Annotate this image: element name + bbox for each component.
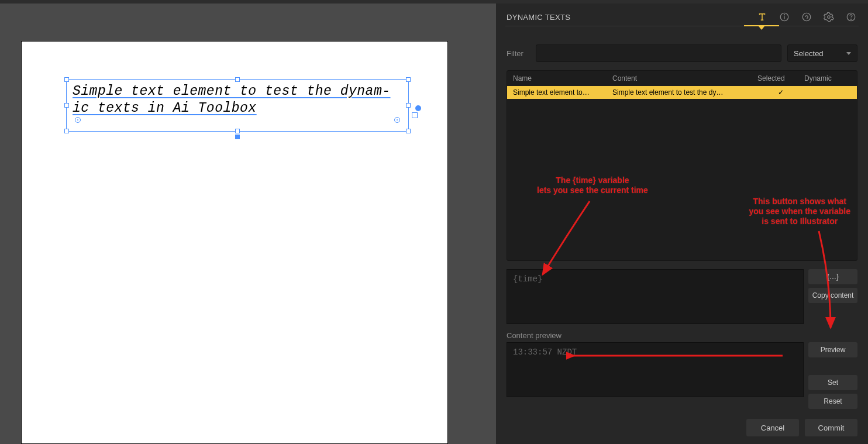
resize-handle-tl[interactable] <box>64 77 69 82</box>
col-content[interactable]: Content <box>612 74 757 82</box>
selected-text-frame[interactable]: Simple text element to test the dynam- i… <box>66 79 409 132</box>
chevron-down-icon <box>846 52 851 55</box>
filter-label: Filter <box>507 49 530 58</box>
col-selected[interactable]: Selected <box>757 74 804 82</box>
resize-handle-tm[interactable] <box>235 77 240 82</box>
panel-footer: Cancel Commit <box>496 411 868 444</box>
dynamic-texts-panel: DYNAMIC TEXTS Filter <box>496 4 868 444</box>
resize-handle-br[interactable] <box>406 129 411 133</box>
svg-point-6 <box>850 19 851 19</box>
resize-handle-bl[interactable] <box>64 129 69 133</box>
row-content: Simple text element to test the dy… <box>612 88 757 97</box>
row-name: Simple text element to… <box>513 88 612 97</box>
info-icon[interactable] <box>778 11 791 23</box>
copy-content-button[interactable]: Copy content <box>808 288 857 303</box>
svg-point-4 <box>828 16 831 19</box>
preview-output: 13:33:57 NZDT <box>507 342 804 397</box>
link-icon[interactable] <box>800 11 813 23</box>
overflow-indicator[interactable] <box>412 112 418 118</box>
resize-handle-tr[interactable] <box>406 77 411 82</box>
resize-handle-bm[interactable] <box>235 129 240 133</box>
panel-header: DYNAMIC TEXTS <box>496 4 868 26</box>
reset-button[interactable]: Reset <box>808 394 857 409</box>
set-button[interactable]: Set <box>808 375 857 390</box>
filter-mode-select[interactable]: Selected <box>787 44 857 62</box>
resize-handle-ml[interactable] <box>64 103 69 108</box>
panel-title: DYNAMIC TEXTS <box>507 13 570 22</box>
thread-indicator[interactable] <box>415 105 421 111</box>
text-in-port[interactable] <box>75 117 81 123</box>
texts-table: Name Content Selected Dynamic Simple tex… <box>507 70 857 261</box>
content-editor[interactable]: {time} <box>507 269 804 324</box>
table-header: Name Content Selected Dynamic <box>507 71 857 86</box>
preview-button[interactable]: Preview <box>808 342 857 357</box>
help-icon[interactable] <box>845 11 857 23</box>
active-tab-caret <box>759 26 764 30</box>
insert-variable-button[interactable]: {…} <box>808 269 857 284</box>
center-handle[interactable] <box>235 135 240 139</box>
artboard[interactable]: Simple text element to test the dynam- i… <box>21 41 448 444</box>
resize-handle-mr[interactable] <box>406 103 411 108</box>
text-frame-content[interactable]: Simple text element to test the dynam- i… <box>67 80 408 121</box>
svg-point-3 <box>802 13 811 21</box>
col-dynamic[interactable]: Dynamic <box>804 74 851 82</box>
col-name[interactable]: Name <box>513 74 612 82</box>
commit-button[interactable]: Commit <box>805 419 857 436</box>
svg-point-2 <box>784 15 784 15</box>
text-out-port[interactable] <box>394 117 400 123</box>
tab-text-icon[interactable] <box>756 11 769 23</box>
table-row[interactable]: Simple text element to… Simple text elem… <box>507 86 857 99</box>
filter-mode-value: Selected <box>794 49 824 58</box>
settings-icon[interactable] <box>822 11 835 23</box>
header-divider <box>505 26 859 26</box>
cancel-button[interactable]: Cancel <box>746 419 799 436</box>
preview-label: Content preview <box>507 331 857 340</box>
filter-input[interactable] <box>536 44 781 62</box>
row-selected: ✓ <box>757 88 804 97</box>
